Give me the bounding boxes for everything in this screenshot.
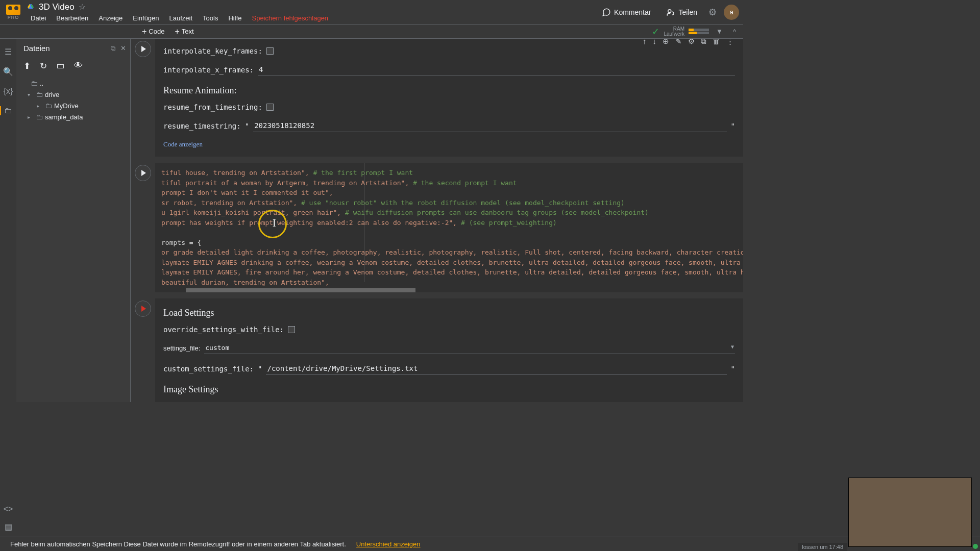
interp-key-checkbox[interactable] <box>266 47 274 55</box>
resume-heading: Resume Animation: <box>163 80 735 99</box>
show-code-link[interactable]: Code anzeigen <box>163 136 203 153</box>
menu-icon[interactable]: ⋮ <box>726 39 734 46</box>
vars-icon[interactable]: {x} <box>4 87 13 96</box>
menu-runtime[interactable]: Laufzeit <box>165 13 197 23</box>
run-code-button[interactable] <box>135 165 151 181</box>
collapse-toolbar[interactable]: ^ <box>730 28 739 35</box>
toc-icon[interactable]: ☰ <box>5 47 12 57</box>
load-heading: Load Settings <box>163 303 735 321</box>
add-code-button[interactable]: +Code <box>137 26 169 37</box>
delete-icon[interactable]: 🗑 <box>713 39 720 46</box>
star-icon[interactable]: ☆ <box>79 2 86 12</box>
override-checkbox[interactable] <box>288 326 295 333</box>
interp-key-label: interpolate_key_frames: <box>163 47 262 55</box>
link-icon[interactable]: ⊕ <box>663 39 669 46</box>
form-cell-2: Load Settings override_settings_with_fil… <box>131 298 743 402</box>
drive-icon <box>27 4 35 11</box>
tree-mydrive[interactable]: ▸🗀MyDrive <box>18 100 128 111</box>
notebook-content[interactable]: ↑ ↓ ⊕ ✎ ⚙ ⧉ 🗑 ⋮ interpolate_key_frames: … <box>131 39 743 402</box>
doc-title[interactable]: 3D Video <box>39 2 75 12</box>
move-down-icon[interactable]: ↓ <box>653 39 657 46</box>
image-heading: Image Settings <box>163 379 735 398</box>
runtime-dropdown[interactable]: ▼ <box>713 28 726 35</box>
menubar: Datei Bearbeiten Anzeige Einfügen Laufze… <box>27 13 598 23</box>
tree-drive[interactable]: ▾🗀drive <box>18 89 128 100</box>
comment-button[interactable]: Kommentar <box>598 6 655 19</box>
sidebar-close-icon[interactable]: ✕ <box>120 44 126 53</box>
horizontal-scrollbar[interactable] <box>186 288 641 292</box>
add-text-button[interactable]: +Text <box>169 26 199 37</box>
run-cell-button-2[interactable] <box>135 300 151 317</box>
save-error: Speichern fehlgeschlagen <box>248 13 332 23</box>
ram-indicator[interactable]: RAM Laufwerk <box>664 27 684 37</box>
tree-parent[interactable]: 🗀.. <box>18 78 128 89</box>
resource-bars <box>689 28 709 35</box>
resume-ts-input[interactable] <box>253 119 726 132</box>
file-sidebar: Dateien ⧉ ✕ ⬆ ↻ 🗀 👁 🗀.. ▾🗀drive ▸🗀MyDriv… <box>16 39 131 402</box>
colab-logo[interactable]: PRO <box>4 3 22 21</box>
hidden-files-icon[interactable]: 👁 <box>74 61 83 71</box>
settings-icon[interactable]: ⚙ <box>708 7 717 18</box>
mount-drive-icon[interactable]: 🗀 <box>56 61 65 71</box>
menu-insert[interactable]: Einfügen <box>129 13 163 23</box>
toolbar: +Code +Text ✓ RAM Laufwerk ▼ ^ <box>0 24 743 39</box>
settings-file-dropdown[interactable]: custom▼ <box>204 342 735 354</box>
menu-file[interactable]: Datei <box>27 13 50 23</box>
topbar: PRO 3D Video ☆ Datei Bearbeiten Anzeige … <box>0 0 743 24</box>
menu-edit[interactable]: Bearbeiten <box>52 13 92 23</box>
run-cell-button[interactable] <box>135 41 151 57</box>
code-cell: tiful house, trending on Artstation", # … <box>131 163 743 292</box>
avatar[interactable]: a <box>724 5 739 20</box>
menu-view[interactable]: Anzeige <box>94 13 127 23</box>
files-icon[interactable]: 🗀 <box>0 106 12 115</box>
tree-sample[interactable]: ▸🗀sample_data <box>18 111 128 122</box>
text-cursor-icon <box>273 217 273 230</box>
cell-actions: ↑ ↓ ⊕ ✎ ⚙ ⧉ 🗑 ⋮ <box>643 39 734 46</box>
form-cell-1: ↑ ↓ ⊕ ✎ ⚙ ⧉ 🗑 ⋮ interpolate_key_frames: … <box>131 39 743 157</box>
share-button[interactable]: Teilen <box>662 6 701 19</box>
mirror-icon[interactable]: ⧉ <box>701 39 706 46</box>
resume-from-checkbox[interactable] <box>266 104 274 111</box>
pro-badge: PRO <box>8 15 19 20</box>
resume-from-label: resume_from_timestring: <box>163 103 262 111</box>
interp-x-label: interpolate_x_frames: <box>163 66 254 74</box>
refresh-icon[interactable]: ↻ <box>40 61 47 71</box>
override-label: override_settings_with_file: <box>163 325 284 334</box>
search-icon[interactable]: 🔍 <box>3 67 13 77</box>
sidebar-popout-icon[interactable]: ⧉ <box>111 44 115 53</box>
upload-icon[interactable]: ⬆ <box>23 61 31 71</box>
move-up-icon[interactable]: ↑ <box>643 39 647 46</box>
settings-cell-icon[interactable]: ⚙ <box>688 39 695 46</box>
resume-ts-label: resume_timestring: <box>163 122 241 130</box>
menu-tools[interactable]: Tools <box>199 13 222 23</box>
connected-check-icon: ✓ <box>652 26 659 37</box>
comment-cell-icon[interactable]: ✎ <box>675 39 682 46</box>
file-tree: 🗀.. ▾🗀drive ▸🗀MyDrive ▸🗀sample_data <box>16 78 130 122</box>
code-editor[interactable]: tiful house, trending on Artstation", # … <box>155 163 743 292</box>
custom-file-input[interactable] <box>266 362 726 375</box>
svg-point-0 <box>668 9 671 12</box>
menu-help[interactable]: Hilfe <box>224 13 246 23</box>
left-rail: ☰ 🔍 {x} 🗀 <box>0 39 16 402</box>
custom-file-label: custom_settings_file: <box>163 365 254 373</box>
interp-x-input[interactable] <box>258 63 735 76</box>
sidebar-title: Dateien <box>23 44 50 53</box>
settings-file-label: settings_file: <box>163 344 200 352</box>
